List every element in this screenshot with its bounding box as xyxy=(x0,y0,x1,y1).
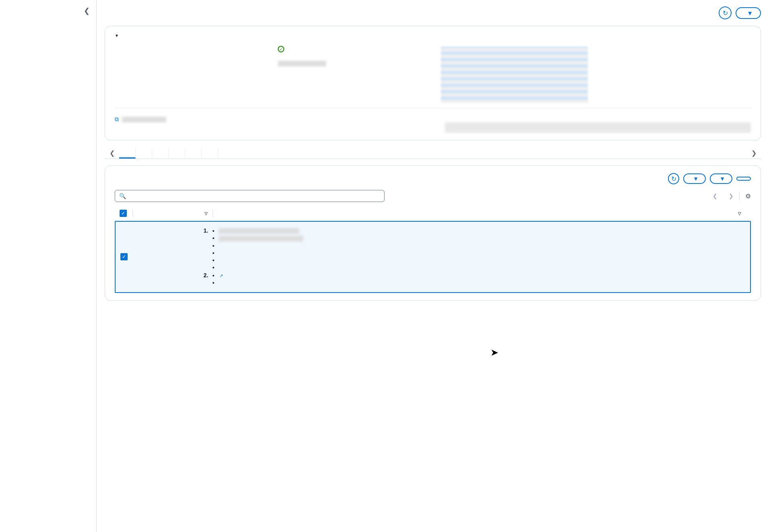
caret-down-icon: ▼ xyxy=(747,10,753,16)
add-listener-button[interactable] xyxy=(736,177,751,181)
check-icon: ✓ xyxy=(278,46,284,52)
row-checkbox[interactable]: ✓ xyxy=(120,253,128,260)
user-pool-id xyxy=(219,227,745,234)
tab-listeners[interactable] xyxy=(119,148,136,159)
action-forward: ↗ xyxy=(210,272,745,286)
filter-input[interactable] xyxy=(129,193,380,199)
on-unauthenticated xyxy=(219,257,745,263)
dns-label xyxy=(445,115,751,122)
sort-icon[interactable]: ▽ xyxy=(205,211,213,216)
collapse-icon[interactable]: ▼ xyxy=(115,33,119,38)
pager-prev[interactable]: ❮ xyxy=(713,193,717,199)
actions-dropdown[interactable]: ▼ xyxy=(736,7,761,19)
refresh-button[interactable]: ↻ xyxy=(719,6,732,19)
tab-integration[interactable] xyxy=(202,148,218,158)
sort-icon[interactable]: ▽ xyxy=(738,211,746,216)
select-all-checkbox[interactable]: ✓ xyxy=(120,210,127,217)
collapse-sidebar-icon[interactable]: ❮ xyxy=(84,6,90,15)
refresh-listeners-button[interactable]: ↻ xyxy=(668,173,679,184)
sidebar: ❮ xyxy=(0,0,97,532)
redacted-block xyxy=(441,47,588,103)
hostzone-redacted xyxy=(278,61,326,66)
manage-listeners-button[interactable]: ▼ xyxy=(710,173,732,184)
refresh-icon: ↻ xyxy=(723,9,728,17)
dns-redacted xyxy=(445,122,751,133)
settings-icon[interactable]: ⚙ xyxy=(745,192,751,200)
user-pool-redacted xyxy=(219,228,299,234)
tabs: ❮ ❯ xyxy=(105,148,761,159)
action-authenticate xyxy=(210,227,745,270)
cookie-name xyxy=(219,242,745,249)
scope xyxy=(219,264,745,270)
pager-next[interactable]: ❯ xyxy=(729,193,734,199)
tab-network-mapping[interactable] xyxy=(136,148,152,158)
search-icon: 🔍 xyxy=(119,193,126,199)
listener-row[interactable]: ✓ xyxy=(115,221,751,293)
main-content: ↻ ▼ ▼ xyxy=(97,0,769,532)
listeners-panel: ↻ ▼ ▼ xyxy=(105,165,761,301)
external-link-icon: ↗ xyxy=(219,273,223,278)
tab-resource-map[interactable] xyxy=(152,148,169,158)
target-group: ↗ xyxy=(219,272,745,278)
tab-monitoring[interactable] xyxy=(185,148,202,158)
filter-input-wrapper[interactable]: 🔍 xyxy=(115,190,384,202)
client-id-redacted xyxy=(219,236,303,241)
arn-redacted xyxy=(122,117,166,122)
table-header: ✓ ▽ ▽ xyxy=(115,206,751,221)
refresh-icon: ↻ xyxy=(671,175,676,183)
tab-scroll-left[interactable]: ❮ xyxy=(105,149,119,157)
caret-down-icon: ▼ xyxy=(693,175,699,182)
arn-value: ⧉ xyxy=(115,115,421,123)
session-timeout xyxy=(219,250,745,256)
manage-rules-button[interactable]: ▼ xyxy=(683,173,706,184)
caret-down-icon: ▼ xyxy=(719,175,725,182)
client-id xyxy=(219,235,745,241)
tab-scroll-right[interactable]: ❯ xyxy=(746,149,761,157)
copy-icon[interactable]: ⧉ xyxy=(115,116,119,122)
tab-security[interactable] xyxy=(169,148,185,158)
status-value: ✓ xyxy=(278,46,425,52)
stickiness xyxy=(219,279,745,286)
details-panel: ▼ xyxy=(105,26,761,140)
